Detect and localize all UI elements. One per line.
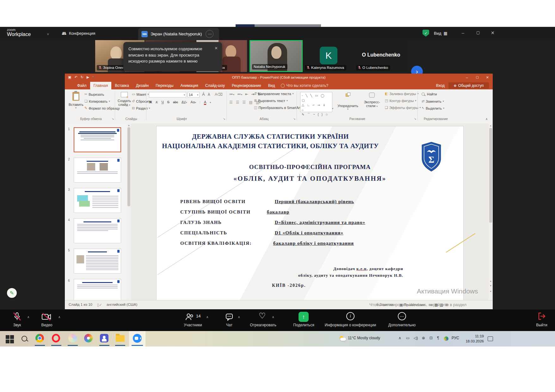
tab-meeting[interactable]: 👥︎ Конференция xyxy=(62,31,95,36)
italic-button[interactable]: К xyxy=(156,100,158,104)
chat-options-chevron[interactable]: ∧ xyxy=(238,315,240,319)
previous-slide-icon[interactable]: ▲ xyxy=(490,280,492,282)
tell-me-box[interactable]: Что вы хотите сделать? xyxy=(278,82,331,89)
participants-button-label[interactable]: Участники xyxy=(176,323,210,327)
collapse-ribbon-icon[interactable]: ∧ xyxy=(485,117,488,121)
text-direction-button[interactable]: ⇵Направление текста▾ xyxy=(254,92,294,96)
font-color-button[interactable]: А xyxy=(204,100,206,105)
scroll-up-icon[interactable]: ▲ xyxy=(490,124,492,127)
file-explorer-icon[interactable] xyxy=(116,334,125,343)
paragraph-dialog-launcher-icon[interactable]: ↘ xyxy=(293,117,296,120)
section-button[interactable]: ⊟Раздел▾ xyxy=(132,106,150,110)
slide-thumbnail-5[interactable] xyxy=(74,249,121,274)
scroll-down-icon[interactable]: ▼ xyxy=(490,290,492,292)
slide-thumbnail-1[interactable] xyxy=(74,127,121,152)
arrange-button[interactable]: Упорядочить ▾ xyxy=(334,93,361,111)
photos-app-icon[interactable] xyxy=(68,334,78,343)
slide-canvas[interactable]: ДЕРЖАВНА СЛУЖБА СТАТИСТИКИ УКРАЇНИ НАЦІО… xyxy=(157,126,463,300)
slide-thumbnail-3[interactable] xyxy=(74,188,121,213)
find-button[interactable]: Найти xyxy=(422,92,437,96)
notification-center-icon[interactable] xyxy=(488,336,493,341)
react-button-label[interactable]: Отреагировать xyxy=(244,323,282,327)
tab-transitions[interactable]: Переходы xyxy=(152,82,177,89)
strikethrough-button[interactable]: S xyxy=(167,100,170,104)
language-indicator[interactable]: английский (США) xyxy=(107,303,137,306)
display-icon[interactable]: ▭ xyxy=(406,336,410,340)
strikethrough-abc-icon[interactable]: abc xyxy=(173,100,178,104)
video-button-label[interactable]: Видео xyxy=(37,323,56,327)
clock[interactable]: 11:19 18.03.2026 xyxy=(464,334,484,344)
annotate-pencil-button[interactable]: ✎ xyxy=(7,288,17,298)
slide-thumbnail-6[interactable] xyxy=(74,279,121,300)
minimize-button[interactable]: – xyxy=(462,30,464,35)
microphone-tray-icon[interactable]: ¶ xyxy=(437,336,439,340)
weather-icon[interactable] xyxy=(339,336,347,341)
clipboard-dialog-launcher-icon[interactable]: ↘ xyxy=(112,117,114,120)
slide-scrollbar[interactable]: ▲ ▲ ▼ ▼ xyxy=(489,124,493,300)
change-case-button[interactable]: Аа▾ xyxy=(190,100,196,104)
info-icon[interactable]: i xyxy=(346,312,355,320)
speaker-icon[interactable]: ◁) xyxy=(414,336,418,340)
chat-icon[interactable] xyxy=(225,312,234,321)
tab-shared-screen[interactable]: NN Экран (Natalia Nechyporuk) ⋯ xyxy=(138,28,219,40)
shrink-font-icon[interactable]: А̀ xyxy=(208,93,210,96)
next-slide-icon[interactable]: ▼ xyxy=(490,285,492,287)
tab-view[interactable]: Вид xyxy=(265,82,279,89)
font-size-combo[interactable]: 14▾ xyxy=(188,92,200,98)
keyboard-language[interactable]: РУС xyxy=(452,336,459,340)
participants-options-chevron[interactable]: ∧ xyxy=(206,315,208,319)
thumbnail-scrollbar[interactable]: ▲ xyxy=(127,124,131,300)
paste-button[interactable]: Вставить ▾ xyxy=(69,92,83,109)
decrease-indent-icon[interactable]: ⇤ xyxy=(245,92,248,96)
align-text-button[interactable]: ≣Выровнять текст▾ xyxy=(254,99,288,103)
tab-review[interactable]: Рецензирование xyxy=(228,82,265,89)
tab-file[interactable]: Файл xyxy=(74,82,90,89)
cut-button[interactable]: ✂Вырезать xyxy=(84,92,104,96)
workspace-chevron-icon[interactable]: ∨ xyxy=(47,32,49,36)
select-button[interactable]: ↖Выделить▾ xyxy=(422,106,444,110)
slide-thumbnail-2[interactable] xyxy=(74,158,121,183)
grow-font-icon[interactable]: А́ xyxy=(202,92,205,97)
more-button-label[interactable]: Дополнительно xyxy=(381,323,422,327)
align-right-icon[interactable]: ☰ xyxy=(243,100,246,105)
react-options-chevron[interactable]: ∧ xyxy=(272,315,274,319)
reset-button[interactable]: ↺Сбросить xyxy=(132,99,151,103)
character-spacing-button[interactable]: A̲V̲▾ xyxy=(182,100,187,104)
video-options-chevron[interactable]: ∧ xyxy=(58,315,60,319)
align-left-icon[interactable]: ☰ xyxy=(229,100,233,105)
quick-styles-button[interactable]: Экспресс- стили ▾ xyxy=(360,93,384,108)
camera-muted-icon[interactable] xyxy=(41,313,52,321)
audio-button-label[interactable]: Звук xyxy=(8,323,26,327)
shapes-scroll-icon[interactable]: ▾ xyxy=(332,107,333,110)
align-center-icon[interactable]: ☰ xyxy=(236,100,239,105)
slide-thumbnail-4[interactable] xyxy=(74,218,121,243)
chrome-icon[interactable] xyxy=(35,334,45,343)
video-tile-lubenchenko[interactable]: O Lubenchenko O Lubenchenko xyxy=(355,40,408,72)
replace-button[interactable]: ⇄Заменить▾ xyxy=(422,99,444,103)
tab-slideshow[interactable]: Слайд-шоу xyxy=(202,82,228,89)
tray-expand-chevron-icon[interactable]: ∧ xyxy=(398,336,401,340)
restore-button[interactable]: ▢ xyxy=(476,30,480,35)
copy-button[interactable]: ❏Копировать▾ xyxy=(84,99,110,103)
view-button[interactable]: Вид ▦ xyxy=(434,31,447,36)
smartart-button[interactable]: ◫Преобразовать в SmartArt▾ xyxy=(254,106,303,110)
network-icon[interactable]: ⊕ xyxy=(422,336,425,340)
ppt-restore-button[interactable]: ▢ xyxy=(476,75,479,79)
leave-meeting-icon[interactable] xyxy=(538,312,546,320)
mic-muted-icon[interactable] xyxy=(13,312,22,322)
tab-design[interactable]: Дизайн xyxy=(133,82,152,89)
font-dialog-launcher-icon[interactable]: ↘ xyxy=(223,117,225,120)
scrollbar-thumb[interactable] xyxy=(489,128,492,223)
sign-in-link[interactable]: Вход xyxy=(436,83,445,88)
toast-close-icon[interactable]: ✕ xyxy=(214,45,218,51)
share-document-button[interactable]: ⊕ Общий доступ xyxy=(448,82,489,89)
more-options-icon[interactable]: ⋯ xyxy=(206,30,213,38)
shapes-gallery[interactable]: ▫ ╲ ╲ ▭ ◯ ▢ △ ∟ ⌐ ⇒ ⇓ ⌂ ✎ ⌒ ~ { } ☆ xyxy=(300,92,332,112)
browser-app-icon[interactable] xyxy=(84,334,94,343)
close-button[interactable]: ✕ xyxy=(491,30,495,35)
weather-text[interactable]: 11°C Mostly cloudy xyxy=(348,336,380,340)
clear-formatting-icon[interactable]: А⌫ xyxy=(215,92,223,97)
scroll-up-icon[interactable]: ▲ xyxy=(128,124,130,126)
share-screen-icon[interactable]: ↑ xyxy=(299,312,309,322)
tab-home[interactable]: Главная xyxy=(90,82,112,89)
